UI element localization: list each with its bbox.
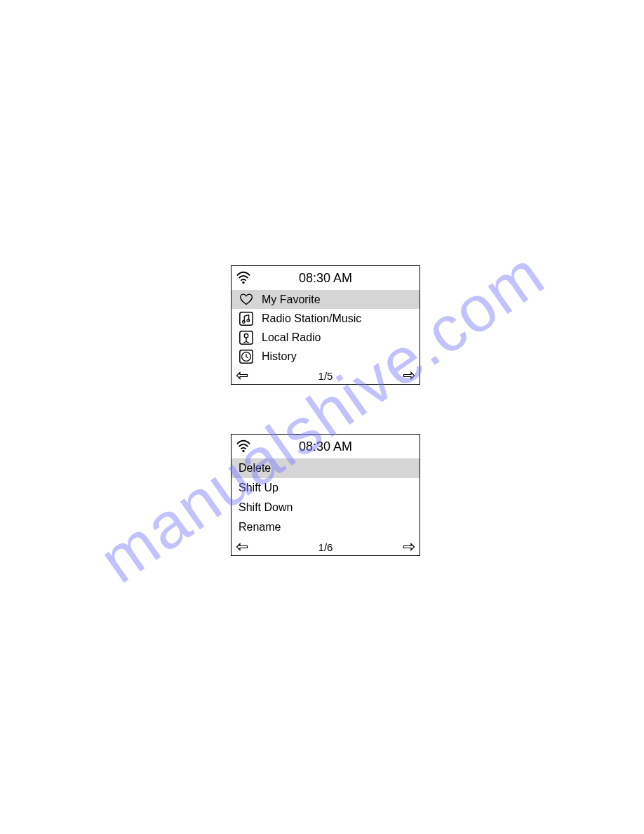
page-indicator: 1/6 <box>248 541 403 553</box>
menu-item-shift-up[interactable]: Shift Up <box>232 478 420 498</box>
svg-rect-1 <box>240 312 253 324</box>
menu-list: My Favorite Radio Station/Music <box>232 290 420 367</box>
arrow-right-icon[interactable] <box>403 542 415 552</box>
arrow-left-icon[interactable] <box>236 371 248 380</box>
status-bar: 08:30 AM <box>232 435 420 458</box>
menu-item-radio-station-music[interactable]: Radio Station/Music <box>232 309 420 328</box>
menu-item-my-favorite[interactable]: My Favorite <box>232 290 420 309</box>
menu-item-history[interactable]: History <box>232 347 420 366</box>
page-indicator: 1/5 <box>248 370 403 382</box>
arrow-right-icon[interactable] <box>403 371 415 380</box>
nav-footer: 1/6 <box>232 538 420 555</box>
menu-item-label: Local Radio <box>262 331 321 344</box>
menu-item-delete[interactable]: Delete <box>232 458 420 478</box>
menu-item-label: History <box>262 350 297 363</box>
music-icon <box>238 310 255 327</box>
menu-item-label: Shift Down <box>239 501 293 514</box>
svg-point-8 <box>242 450 244 452</box>
menu-item-label: Radio Station/Music <box>262 312 361 325</box>
menu-item-local-radio[interactable]: Local Radio <box>232 328 420 347</box>
menu-item-rename[interactable]: Rename <box>232 517 420 537</box>
device-screen-actions: 08:30 AM Delete Shift Up Shift Down Rena… <box>231 434 420 556</box>
svg-point-3 <box>247 319 250 322</box>
arrow-left-icon[interactable] <box>236 542 248 552</box>
status-bar: 08:30 AM <box>232 266 420 290</box>
clock-time: 08:30 AM <box>232 271 420 286</box>
menu-item-label: My Favorite <box>262 293 321 306</box>
svg-point-5 <box>244 333 248 338</box>
svg-point-0 <box>242 282 244 284</box>
menu-item-label: Delete <box>239 462 271 475</box>
wifi-icon <box>236 439 251 454</box>
menu-list: Delete Shift Up Shift Down Rename <box>232 458 420 538</box>
menu-item-shift-down[interactable]: Shift Down <box>232 498 420 517</box>
device-screen-menu: 08:30 AM My Favorite Radio Station/Music <box>231 265 420 385</box>
svg-point-2 <box>243 320 246 323</box>
clock-time: 08:30 AM <box>232 439 420 454</box>
heart-icon <box>238 291 255 308</box>
menu-item-label: Shift Up <box>239 482 279 494</box>
nav-footer: 1/5 <box>232 367 420 384</box>
antenna-icon <box>238 329 255 346</box>
menu-item-label: Rename <box>239 521 281 534</box>
wifi-icon <box>236 270 251 286</box>
clock-icon <box>238 348 255 365</box>
